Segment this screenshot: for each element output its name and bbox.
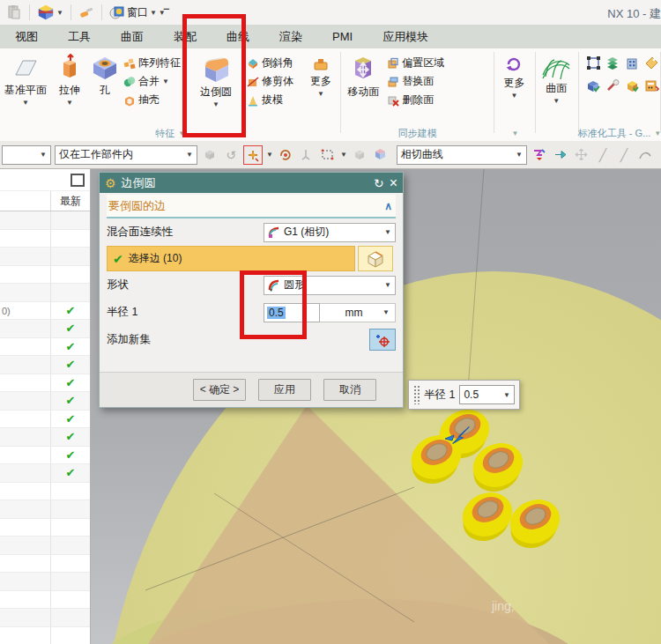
tab-application[interactable]: 应用模块 <box>368 25 443 49</box>
add-new-set-button[interactable] <box>369 329 396 351</box>
table-row[interactable]: ✔ <box>0 411 90 429</box>
offset-region-button[interactable]: 偏置区域 <box>387 56 452 70</box>
table-row[interactable] <box>0 519 90 537</box>
edge-blend-button[interactable]: 边倒圆▼ <box>187 52 245 108</box>
table-row[interactable]: ✔ <box>0 392 90 411</box>
unit-dropdown[interactable]: mm ▼ <box>320 303 396 322</box>
follow-arrow-icon[interactable] <box>552 146 569 164</box>
table-row[interactable] <box>0 537 90 555</box>
tab-view[interactable]: 视图 <box>0 25 53 49</box>
curve-rule-combo[interactable]: 相切曲线▼ <box>397 145 527 165</box>
shell-button[interactable]: 抽壳 <box>123 93 185 107</box>
save-dropdown-arrow[interactable]: ▼ <box>56 9 63 17</box>
tag-tool-icon[interactable] <box>644 56 659 73</box>
datum-plane-button[interactable]: 基准平面▼ <box>0 52 51 107</box>
check-tool-icon[interactable] <box>586 78 601 96</box>
replace-face-button[interactable]: 替换面 <box>387 74 452 89</box>
navigator-column-latest[interactable]: 最新 <box>51 191 90 211</box>
window-menu-label[interactable]: 窗口 <box>127 5 148 20</box>
line2-tool-icon[interactable]: ╱ <box>615 146 633 164</box>
window-menu[interactable]: 窗口 ▼ ▼▔ <box>107 4 170 21</box>
select-dropdown-arrow[interactable]: ▼ <box>340 151 347 159</box>
selection-filter-combo[interactable]: ▼ <box>2 145 51 165</box>
apply-button[interactable]: 应用 <box>258 379 311 401</box>
table-row[interactable] <box>0 500 90 519</box>
pattern-feature-button[interactable]: 阵列特征 <box>123 56 185 70</box>
tab-render[interactable]: 渲染 <box>264 25 317 49</box>
table-row[interactable] <box>0 230 90 248</box>
orient-icon[interactable] <box>277 146 294 164</box>
rollback-icon[interactable]: ↺ <box>222 146 240 164</box>
direction-arrow[interactable] <box>442 419 477 449</box>
draft-button[interactable]: 拔模 <box>247 93 301 107</box>
select-edge-row[interactable]: ✔ 选择边 (10) <box>107 246 355 271</box>
brush-icon[interactable] <box>76 4 97 21</box>
table-row[interactable] <box>0 483 90 501</box>
navigator-column-name[interactable] <box>0 191 51 211</box>
tab-surface[interactable]: 曲面 <box>106 25 159 49</box>
hole-button[interactable]: 孔 <box>88 52 122 98</box>
selection-scope-combo[interactable]: 仅在工作部件内▼ <box>55 145 197 165</box>
wrench-tool-icon[interactable] <box>605 78 620 96</box>
table-row[interactable]: ✔ <box>0 338 90 357</box>
view-cube-button[interactable] <box>358 246 393 271</box>
table-row[interactable] <box>0 211 90 230</box>
continuity-dropdown[interactable]: G1 (相切) ▼ <box>264 223 396 242</box>
line-tool-icon[interactable]: ╱ <box>594 146 612 164</box>
trim-body-button[interactable]: 修剪体 <box>247 74 301 89</box>
tab-assembly[interactable]: 装配 <box>159 25 212 49</box>
cancel-button[interactable]: 取消 <box>323 379 376 401</box>
calculator-tool-icon[interactable] <box>644 78 659 96</box>
table-row[interactable] <box>0 284 90 302</box>
table-row[interactable]: ✔ <box>0 320 90 338</box>
table-row[interactable]: ✔ <box>0 374 90 393</box>
close-icon[interactable]: × <box>390 177 397 189</box>
highlighted-blend-edge[interactable] <box>508 497 564 548</box>
shape-dropdown[interactable]: 圆形 ▼ <box>264 276 396 295</box>
window-dropdown-arrow[interactable]: ▼ <box>150 9 157 17</box>
group-dialog-launcher[interactable]: ▼ <box>178 130 185 137</box>
rectangle-select-icon[interactable] <box>319 146 337 164</box>
table-row[interactable] <box>0 555 90 574</box>
table-row[interactable] <box>0 591 90 610</box>
tab-tools[interactable]: 工具 <box>53 25 106 49</box>
frame-tool-icon[interactable] <box>586 56 601 73</box>
sync-more-button[interactable]: 更多▼ <box>494 52 533 100</box>
arc-tool-icon[interactable] <box>636 146 654 164</box>
customize-toolbar-arrow[interactable]: ▼▔ <box>159 9 167 17</box>
ok-button[interactable]: < 确定 > <box>193 379 246 401</box>
view-cube-icon[interactable] <box>372 146 390 164</box>
tab-curve[interactable]: 曲线 <box>212 25 264 49</box>
dialog-titlebar[interactable]: ⚙ 边倒圆 ↻ × <box>100 173 403 193</box>
table-row[interactable]: ✔ <box>0 356 90 374</box>
drag-handle[interactable] <box>413 385 420 404</box>
highlight-faces-icon[interactable] <box>201 146 219 164</box>
chamfer-button[interactable]: 倒斜角 <box>247 56 301 70</box>
building-tool-icon[interactable] <box>625 56 640 73</box>
tab-pmi[interactable]: PMI <box>317 26 368 48</box>
radius-input[interactable]: 0.5 <box>264 303 320 322</box>
save-button[interactable]: ▼ <box>34 3 66 22</box>
table-row[interactable] <box>0 266 90 285</box>
group-dialog-launcher[interactable]: ▼ <box>511 130 518 137</box>
move-handles-icon[interactable] <box>573 146 590 164</box>
reset-button[interactable]: ↻ <box>374 177 384 189</box>
table-row[interactable]: 0)✔ <box>0 302 90 321</box>
highlighted-blend-edge[interactable] <box>471 440 527 492</box>
float-panel-button[interactable] <box>71 174 85 187</box>
table-row[interactable] <box>0 573 90 591</box>
snap-dropdown-arrow[interactable]: ▼ <box>266 151 273 159</box>
radius-value-field[interactable]: 0.5 ▼ <box>459 385 515 404</box>
table-row[interactable]: ✔ <box>0 447 90 465</box>
section-edges-to-blend[interactable]: 要倒圆的边 ∧ <box>107 195 396 218</box>
snap-point-toggle[interactable] <box>243 145 263 165</box>
feature-more-button[interactable]: 更多▼ <box>303 52 338 98</box>
wcs-icon[interactable] <box>298 146 316 164</box>
table-row[interactable] <box>0 248 90 266</box>
table-row[interactable]: ✔ <box>0 428 90 447</box>
chevron-up-icon[interactable]: ∧ <box>384 200 396 212</box>
paste-icon[interactable] <box>4 4 25 21</box>
move-face-button[interactable]: 移动面 <box>341 52 385 100</box>
extrude-button[interactable]: 拉伸▼ <box>51 52 88 107</box>
shaded-view-icon[interactable] <box>351 146 368 164</box>
